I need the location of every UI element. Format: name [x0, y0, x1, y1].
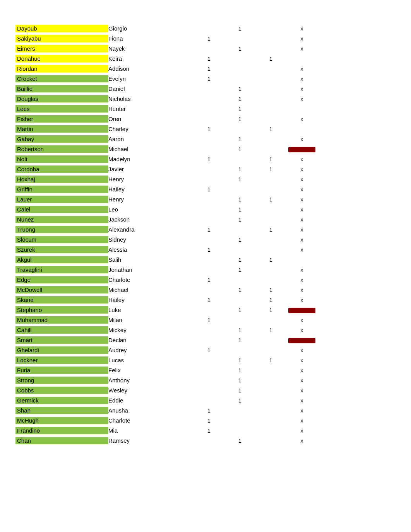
cell-col3: 1 — [194, 65, 224, 72]
cell-col3: 1 — [194, 35, 224, 42]
cell-first-name: Anthony — [108, 377, 194, 384]
cell-col6: x — [286, 357, 317, 363]
table-row: SlocumSidney1x — [15, 234, 396, 244]
table-row: BaillieDaniel1x — [15, 84, 396, 94]
table-row: McDowellMichael11x — [15, 285, 396, 295]
cell-col6: x — [286, 65, 317, 72]
table-row: EimersNayek1x — [15, 43, 396, 53]
cell-col4: 1 — [224, 387, 255, 394]
table-row: DouglasNicholas1x — [15, 94, 396, 104]
cell-last-name: Skane — [15, 296, 108, 304]
table-row: StephanoLuke11 — [15, 305, 396, 315]
cell-first-name: Mia — [108, 427, 194, 434]
table-row: NoltMadelyn11x — [15, 154, 396, 164]
cell-col3: 1 — [194, 297, 224, 303]
cell-col4: 1 — [224, 136, 255, 142]
cell-col6: x — [286, 266, 317, 273]
cell-last-name: Sakiyabu — [15, 35, 108, 42]
cell-col6: x — [286, 367, 317, 373]
cell-col3: 1 — [194, 427, 224, 434]
cell-col4: 1 — [224, 85, 255, 92]
cell-col3: 1 — [194, 246, 224, 253]
cell-col6: x — [286, 377, 317, 384]
cell-col6: x — [286, 387, 317, 394]
cell-col6: x — [286, 156, 317, 162]
cell-last-name: Dayoub — [15, 25, 108, 32]
cell-last-name: Lauer — [15, 196, 108, 203]
table-row: TravagliniJonathan1x — [15, 264, 396, 275]
cell-col6: x — [286, 176, 317, 182]
cell-last-name: Lees — [15, 105, 108, 113]
table-row: CahillMickey11x — [15, 325, 396, 335]
cell-col6: x — [286, 286, 317, 293]
cell-col6: x — [286, 236, 317, 243]
cell-last-name: Slocum — [15, 236, 108, 243]
cell-col4: 1 — [224, 236, 255, 243]
table-row: StrongAnthony1x — [15, 375, 396, 385]
cell-col6: x — [286, 347, 317, 353]
table-row: RiordanAddison1x — [15, 63, 396, 73]
cell-first-name: Hailey — [108, 186, 194, 193]
cell-last-name: Griffin — [15, 186, 108, 193]
table-row: GriffinHailey1x — [15, 184, 396, 194]
cell-col4: 1 — [224, 176, 255, 182]
cell-col5: 1 — [255, 307, 286, 313]
cell-last-name: Gabay — [15, 135, 108, 143]
cell-col4: 1 — [224, 337, 255, 343]
cell-col5: 1 — [255, 327, 286, 333]
cell-first-name: Jackson — [108, 216, 194, 223]
cell-first-name: Declan — [108, 337, 194, 343]
table-row: NunezJackson1x — [15, 214, 396, 224]
cell-last-name: Travaglini — [15, 266, 108, 273]
cell-col6: x — [286, 196, 317, 203]
cell-last-name: Douglas — [15, 95, 108, 102]
table-row: GhelardiAudrey1x — [15, 345, 396, 355]
cell-col4: 1 — [224, 437, 255, 444]
cell-last-name: Lockner — [15, 356, 108, 364]
cell-last-name: Cobbs — [15, 387, 108, 394]
cell-last-name: Cahill — [15, 326, 108, 334]
table-row: ShahAnusha1x — [15, 405, 396, 415]
cell-first-name: Nayek — [108, 45, 194, 52]
table-row: AkgulSalih11 — [15, 254, 396, 264]
cell-col5: 1 — [255, 166, 286, 172]
cell-first-name: Oren — [108, 116, 194, 122]
table-row: LeesHunter1 — [15, 104, 396, 114]
cell-col4: 1 — [224, 377, 255, 384]
cell-col4: 1 — [224, 216, 255, 223]
cell-col6: x — [286, 75, 317, 82]
cell-last-name: Fisher — [15, 115, 108, 123]
cell-col4: 1 — [224, 307, 255, 313]
cell-last-name: Smart — [15, 336, 108, 344]
cell-last-name: Furia — [15, 367, 108, 374]
cell-col6: x — [286, 417, 317, 424]
cell-first-name: Leo — [108, 206, 194, 213]
cell-last-name: Calel — [15, 206, 108, 213]
cell-col3: 1 — [194, 75, 224, 82]
cell-col4: 1 — [224, 367, 255, 373]
cell-col3: 1 — [194, 126, 224, 132]
cell-first-name: Giorgio — [108, 25, 194, 32]
table-row: CobbsWesley1x — [15, 385, 396, 395]
cell-col6: x — [286, 407, 317, 414]
table-row: SzurekAlessia1x — [15, 244, 396, 254]
cell-first-name: Aaron — [108, 136, 194, 142]
cell-col4: 1 — [224, 106, 255, 112]
table-row: HoxhajHenry1x — [15, 174, 396, 184]
cell-col5: 1 — [255, 55, 286, 62]
cell-first-name: Milan — [108, 317, 194, 323]
table-row: LauerHenry11x — [15, 194, 396, 204]
cell-col5: 1 — [255, 156, 286, 162]
table-row: FrandinoMia1x — [15, 425, 396, 435]
cell-first-name: Salih — [108, 256, 194, 263]
cell-col5: 1 — [255, 286, 286, 293]
cell-col3: 1 — [194, 186, 224, 193]
cell-col4: 1 — [224, 256, 255, 263]
cell-last-name: Riordan — [15, 65, 108, 72]
cell-col6: x — [286, 206, 317, 213]
cell-first-name: Mickey — [108, 327, 194, 333]
cell-first-name: Evelyn — [108, 75, 194, 82]
cell-col6: x — [286, 246, 317, 253]
table-row: RobertsonMichael1 — [15, 144, 396, 154]
cell-col6 — [286, 306, 317, 313]
